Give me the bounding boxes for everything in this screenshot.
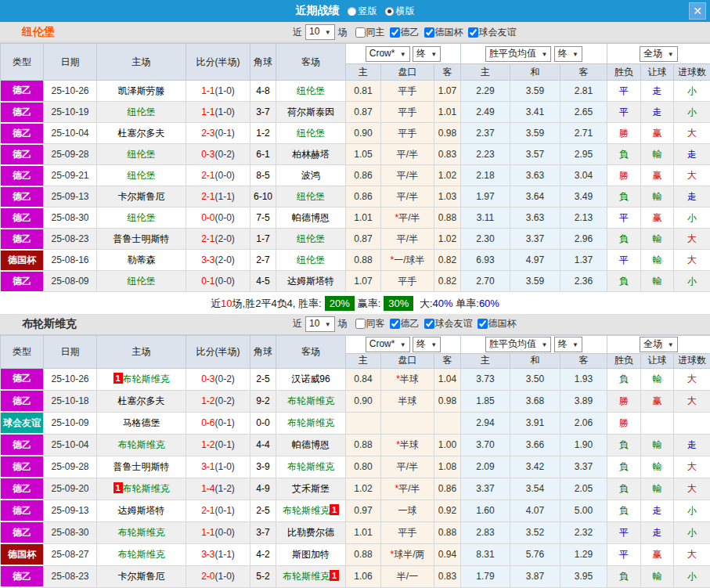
bookmaker-select[interactable]: Crow* ▼ xyxy=(366,46,410,62)
match-count-select[interactable]: 10 ▼ xyxy=(305,24,335,40)
halftime-score: (0-0) xyxy=(215,527,235,538)
away-team-cell: 帕德博恩 xyxy=(276,207,346,229)
league-filter[interactable]: 德乙 xyxy=(390,317,420,330)
win-rate-badge: 20% xyxy=(325,296,355,311)
bookmaker-select[interactable]: Crow* ▼ xyxy=(366,337,410,352)
final-odds-select[interactable]: 终 ▼ xyxy=(554,46,582,62)
league-filter[interactable]: 德乙 xyxy=(390,26,420,39)
match-type-cell: 德乙 xyxy=(1,165,44,186)
score-cell: 2-0(1-0) xyxy=(186,565,250,587)
handicap-cell: 平手 xyxy=(381,521,434,543)
league-filter[interactable]: 德国杯 xyxy=(424,26,463,39)
summary-match-count: 10 xyxy=(221,298,232,309)
mean-away-cell: 5.00 xyxy=(560,500,607,521)
league-filter[interactable]: 球会友谊 xyxy=(424,317,473,330)
column-header: 日期 xyxy=(44,335,97,368)
halftime-score: (2-0) xyxy=(215,233,235,244)
home-odds-cell: 0.90 xyxy=(346,123,381,144)
away-team-cell: 荷尔斯泰因 xyxy=(276,102,346,123)
same-venue-filter[interactable]: 同客 xyxy=(355,317,385,330)
close-icon[interactable]: ✕ xyxy=(689,2,706,20)
radio-icon[interactable] xyxy=(348,7,356,16)
league-filter-checkbox[interactable] xyxy=(424,319,434,329)
goals-result-cell: 大 xyxy=(674,390,710,412)
halftime-score: (1-0) xyxy=(215,461,235,472)
match-type-cell: 德国杯 xyxy=(1,543,44,565)
match-type-cell: 德乙 xyxy=(1,81,44,102)
fulltime-score: 1-2 xyxy=(201,439,214,450)
away-odds-cell: 1.04 xyxy=(434,368,461,390)
final-odds-select[interactable]: 终 ▼ xyxy=(413,46,441,62)
same-venue-filter-checkbox[interactable] xyxy=(355,27,366,38)
league-filter[interactable]: 球会友谊 xyxy=(468,26,517,39)
profit-rate-badge: 30% xyxy=(384,296,413,311)
away-team-name: 纽伦堡 xyxy=(297,233,325,244)
score-cell: 0-0(0-0) xyxy=(186,207,250,229)
mean-away-cell: 2.81 xyxy=(560,81,607,102)
handicap-result-cell: 赢 xyxy=(641,165,674,186)
handicap-value: 球半/两 xyxy=(394,549,424,560)
league-filter-checkbox[interactable] xyxy=(468,27,478,38)
league-filter[interactable]: 德国杯 xyxy=(478,317,517,330)
home-team-cell: 纽伦堡 xyxy=(97,207,186,229)
handicap-cell: *半球 xyxy=(381,368,434,390)
table-row: 德乙25-09-13卡尔斯鲁厄2-1(1-1)6-10纽伦堡0.86平/半1.0… xyxy=(1,186,710,207)
fulltime-score: 0-3 xyxy=(201,373,214,384)
final-odds-select[interactable]: 终 ▼ xyxy=(413,337,441,352)
final-odds-select[interactable]: 终 ▼ xyxy=(554,337,582,352)
mean-away-cell: 3.49 xyxy=(560,186,607,207)
league-filter-checkbox[interactable] xyxy=(478,319,488,329)
column-header: 主场 xyxy=(97,335,186,368)
home-odds-cell: 0.87 xyxy=(346,229,381,250)
mean-draw-cell: 3.41 xyxy=(510,102,560,123)
away-team-cell: 柏林赫塔 xyxy=(276,144,346,165)
home-odds-cell: 0.86 xyxy=(346,186,381,207)
mean-home-cell: 1.79 xyxy=(461,565,510,587)
away-team-cell: 达姆斯塔特 xyxy=(276,271,346,292)
corner-cell: 2-5 xyxy=(250,368,276,390)
fulltime-score: 0-3 xyxy=(201,149,214,160)
halftime-score: (0-2) xyxy=(215,395,235,406)
same-venue-filter-checkbox[interactable] xyxy=(355,319,366,329)
halftime-score: (0-0) xyxy=(215,170,235,181)
match-date-cell: 25-10-04 xyxy=(44,123,97,144)
layout-radio-horizontal[interactable]: 横版 xyxy=(379,5,415,18)
league-filter-checkbox[interactable] xyxy=(390,27,400,38)
result-cell: 平 xyxy=(607,102,641,123)
match-date-cell: 25-10-26 xyxy=(44,368,97,390)
league-filter-checkbox[interactable] xyxy=(424,27,434,38)
mean-home-cell: 3.73 xyxy=(461,368,510,390)
filters: 近10 ▼场同主德乙德国杯球会友谊 xyxy=(290,24,517,40)
match-count-select[interactable]: 10 ▼ xyxy=(305,316,335,332)
handicap-result-cell: 輸 xyxy=(641,456,674,478)
match-type-cell: 德乙 xyxy=(1,186,44,207)
match-type-cell: 德乙 xyxy=(1,456,44,478)
scope-select[interactable]: 全场 ▼ xyxy=(640,46,677,62)
radio-icon[interactable] xyxy=(385,7,394,16)
league-filter-checkbox[interactable] xyxy=(390,319,400,329)
scope-select[interactable]: 全场 ▼ xyxy=(640,337,677,352)
goals-result-cell: 小 xyxy=(674,271,710,292)
handicap-cell: 平/半 xyxy=(381,165,434,186)
checkbox-label: 德乙 xyxy=(401,317,420,330)
table-row: 德乙25-09-13达姆斯塔特2-1(0-1)2-5布轮斯维克10.97一球0.… xyxy=(1,500,710,521)
mean-odds-select[interactable]: 胜平负均值 ▼ xyxy=(485,337,551,352)
layout-radio-vertical[interactable]: 竖版 xyxy=(341,5,377,18)
fulltime-score: 2-1 xyxy=(201,505,214,516)
home-team-cell: 马格德堡 xyxy=(97,412,186,434)
mean-odds-select[interactable]: 胜平负均值 ▼ xyxy=(485,46,551,62)
column-header: 比分(半场) xyxy=(186,335,250,368)
score-cell: 1-1(1-0) xyxy=(186,102,250,123)
corner-cell: 4-5 xyxy=(250,271,276,292)
goals-result-cell: 大 xyxy=(674,368,710,390)
corner-cell: 3-7 xyxy=(250,521,276,543)
away-team-cell: 布轮斯维克 xyxy=(276,412,346,434)
away-team-name: 帕德博恩 xyxy=(292,439,330,450)
corner-cell: 3-9 xyxy=(250,456,276,478)
table-row: 德乙25-10-26凯泽斯劳滕1-1(1-0)4-8纽伦堡0.81平手1.072… xyxy=(1,81,710,102)
handicap-value: 一/球半 xyxy=(394,254,424,265)
same-venue-filter[interactable]: 同主 xyxy=(355,26,385,39)
away-team-cell: 帕德博恩 xyxy=(276,434,346,456)
match-type-cell: 德乙 xyxy=(1,123,44,144)
dropdown-caret-icon: ▼ xyxy=(572,51,578,58)
